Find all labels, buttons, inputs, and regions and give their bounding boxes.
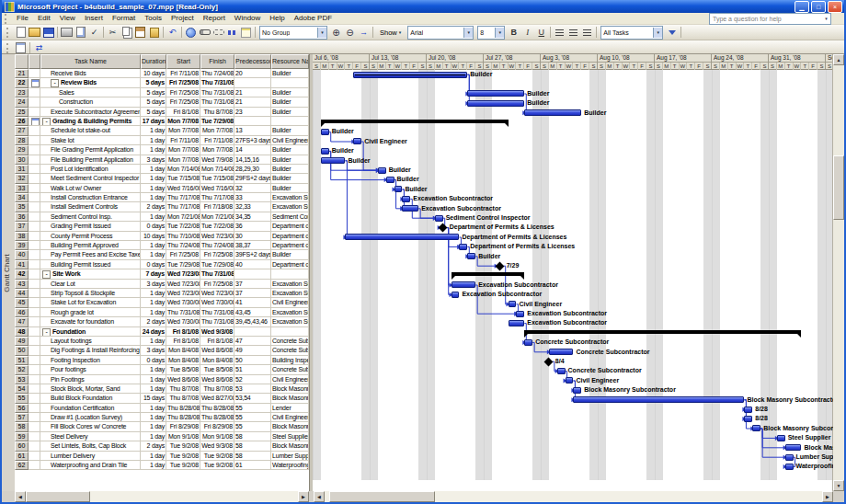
row-number[interactable]: 39 bbox=[15, 241, 29, 250]
task-name-cell[interactable]: Post Lot Identification bbox=[40, 165, 141, 174]
copy-icon[interactable] bbox=[120, 26, 133, 39]
table-row[interactable]: 57Draw #1 (Location Survey)1 dayThu 8/28… bbox=[15, 413, 309, 422]
resource-cell[interactable]: Department of Permits & Licenses bbox=[271, 260, 309, 269]
row-number[interactable]: 52 bbox=[15, 365, 29, 374]
finish-cell[interactable]: Wed 7/9/08 bbox=[200, 155, 234, 165]
resource-cell[interactable] bbox=[271, 78, 309, 87]
row-number[interactable]: 59 bbox=[15, 432, 29, 441]
pred-cell[interactable]: 32 bbox=[234, 184, 271, 193]
row-number[interactable]: 27 bbox=[15, 126, 29, 135]
resource-cell[interactable]: Department of Permits & Licenses bbox=[271, 222, 309, 231]
duration-cell[interactable]: 1 day bbox=[141, 136, 166, 145]
chart-horizontal-scrollbar[interactable]: ◀ ▶ bbox=[314, 491, 833, 502]
table-row[interactable]: 60Set Lintels, Bolts, Cap Block2 daysTue… bbox=[15, 441, 309, 451]
resource-cell[interactable]: Steel Supplier bbox=[271, 432, 309, 441]
row-number[interactable]: 23 bbox=[15, 88, 29, 97]
table-row[interactable]: 51Footing Inspection0 daysMon 8/4/08Mon … bbox=[15, 356, 309, 365]
menu-view[interactable]: View bbox=[55, 13, 80, 24]
duration-cell[interactable]: 1 day bbox=[141, 337, 166, 346]
pred-cell[interactable]: 36 bbox=[234, 222, 271, 231]
start-cell[interactable]: Fri 7/25/08 bbox=[166, 250, 200, 259]
column-header-finish[interactable]: Finish bbox=[200, 54, 234, 69]
duration-cell[interactable]: 1 day bbox=[141, 308, 166, 317]
task-bar[interactable] bbox=[516, 311, 524, 317]
resource-cell[interactable]: Waterproofing Subcontractor bbox=[271, 461, 309, 470]
duration-cell[interactable]: 1 day bbox=[141, 250, 166, 259]
finish-cell[interactable]: Tue 7/29/08 bbox=[200, 260, 234, 269]
finish-cell[interactable]: Wed 9/3/08 bbox=[200, 441, 234, 451]
task-bar[interactable] bbox=[353, 72, 467, 78]
resource-cell[interactable]: Builder bbox=[271, 88, 309, 97]
help-search-input[interactable]: Type a question for help ▾ bbox=[709, 13, 831, 25]
start-cell[interactable]: Fri 7/11/08 bbox=[166, 69, 200, 78]
column-header-resource-names[interactable]: Resource Names bbox=[271, 54, 309, 69]
duration-cell[interactable]: 2 days bbox=[141, 317, 166, 326]
table-row[interactable]: 56Foundation Certification1 dayThu 8/28/… bbox=[15, 404, 309, 413]
duration-cell[interactable]: 5 days bbox=[141, 108, 166, 117]
align-right-icon[interactable] bbox=[580, 26, 594, 39]
start-cell[interactable]: Tue 7/29/08 bbox=[166, 260, 200, 269]
row-number[interactable]: 26 bbox=[15, 117, 29, 126]
task-name-cell[interactable]: Sales bbox=[40, 88, 141, 97]
start-cell[interactable]: Thu 8/7/08 bbox=[166, 384, 200, 394]
resource-cell[interactable]: Builder bbox=[271, 69, 309, 78]
cut-icon[interactable]: ✂ bbox=[106, 26, 120, 39]
spell-icon[interactable]: ✓ bbox=[87, 26, 101, 39]
resource-cell[interactable]: Builder bbox=[271, 184, 309, 193]
finish-cell[interactable]: Thu 7/31/08 bbox=[200, 269, 234, 279]
task-bar[interactable] bbox=[557, 368, 566, 374]
pred-cell[interactable]: 28,29,30 bbox=[234, 165, 271, 174]
start-cell[interactable]: Tue 9/2/08 bbox=[166, 461, 200, 470]
row-number[interactable]: 44 bbox=[15, 289, 29, 298]
resource-cell[interactable]: Excavation Subcontractor bbox=[271, 308, 309, 317]
task-bar[interactable] bbox=[777, 435, 785, 441]
zoom-out-icon[interactable]: ⊖ bbox=[343, 26, 357, 39]
start-cell[interactable]: Thu 7/10/08 bbox=[166, 232, 200, 241]
summary-bar[interactable] bbox=[524, 330, 801, 338]
finish-cell[interactable]: Tue 8/5/08 bbox=[200, 365, 234, 374]
start-cell[interactable]: Wed 7/23/08 bbox=[166, 289, 200, 298]
task-bar[interactable] bbox=[459, 244, 467, 250]
duration-cell[interactable]: 1 day bbox=[141, 375, 166, 384]
finish-cell[interactable]: Mon 7/7/08 bbox=[200, 145, 234, 155]
row-number[interactable]: 40 bbox=[15, 250, 29, 259]
pred-cell[interactable]: 49 bbox=[234, 346, 271, 355]
duration-cell[interactable]: 1 day bbox=[141, 145, 166, 155]
pred-cell[interactable]: 38,37 bbox=[234, 241, 271, 250]
collapse-icon[interactable]: - bbox=[51, 79, 59, 87]
save-icon[interactable] bbox=[41, 26, 55, 39]
row-number[interactable]: 54 bbox=[15, 384, 29, 394]
column-header-start[interactable]: Start bbox=[166, 54, 200, 69]
duration-cell[interactable]: 5 days bbox=[141, 88, 166, 97]
start-cell[interactable]: Mon 7/7/08 bbox=[166, 145, 200, 155]
task-name-cell[interactable]: Draw #1 (Location Survey) bbox=[40, 413, 141, 422]
table-row[interactable]: 61Lumber Delivery1 dayTue 9/2/08Tue 9/2/… bbox=[15, 452, 309, 461]
vertical-scroll-thumb[interactable] bbox=[833, 155, 844, 220]
finish-cell[interactable]: Wed 7/23/08 bbox=[200, 232, 234, 241]
table-row[interactable]: 55Build Block Foundation15 daysThu 8/7/0… bbox=[15, 394, 309, 403]
copy-picture-icon[interactable] bbox=[14, 41, 28, 54]
task-bar[interactable] bbox=[509, 301, 517, 307]
table-row[interactable]: 22-Review Bids5 daysFri 7/25/08Thu 7/31/… bbox=[15, 78, 309, 87]
resource-cell[interactable]: Builder bbox=[271, 165, 309, 174]
row-number[interactable]: 24 bbox=[15, 97, 29, 107]
pred-cell[interactable]: 55 bbox=[234, 404, 271, 413]
duration-cell[interactable]: 2 days bbox=[141, 202, 166, 212]
row-number[interactable]: 56 bbox=[15, 404, 29, 413]
table-row[interactable]: 41Building Permit Issued0 daysTue 7/29/0… bbox=[15, 260, 309, 269]
task-name-cell[interactable]: Grading Permit Issued bbox=[40, 222, 141, 231]
pred-cell[interactable]: 47 bbox=[234, 337, 271, 346]
row-number[interactable]: 49 bbox=[15, 337, 29, 346]
pred-cell[interactable]: 41 bbox=[234, 298, 271, 307]
font-size-dropdown[interactable]: 8 ▾ bbox=[477, 26, 505, 40]
pred-cell[interactable]: 37 bbox=[234, 289, 271, 298]
toolbar-drag-handle[interactable] bbox=[5, 14, 9, 24]
timescale-week[interactable]: Jul 20, '08SMTWTFS bbox=[427, 54, 484, 69]
goto-task-icon[interactable]: → bbox=[357, 26, 371, 39]
timescale-week[interactable]: Aug 24, '08SMTWTFS bbox=[712, 54, 769, 69]
table-scroll-thumb[interactable] bbox=[26, 491, 90, 502]
table-row[interactable]: 23Sales5 daysFri 7/25/08Thu 7/31/0821Bui… bbox=[15, 88, 309, 97]
pred-cell[interactable]: 14,15,16 bbox=[234, 155, 271, 165]
start-cell[interactable]: Thu 7/17/08 bbox=[166, 193, 200, 202]
finish-cell[interactable]: Wed 7/23/08 bbox=[200, 289, 234, 298]
